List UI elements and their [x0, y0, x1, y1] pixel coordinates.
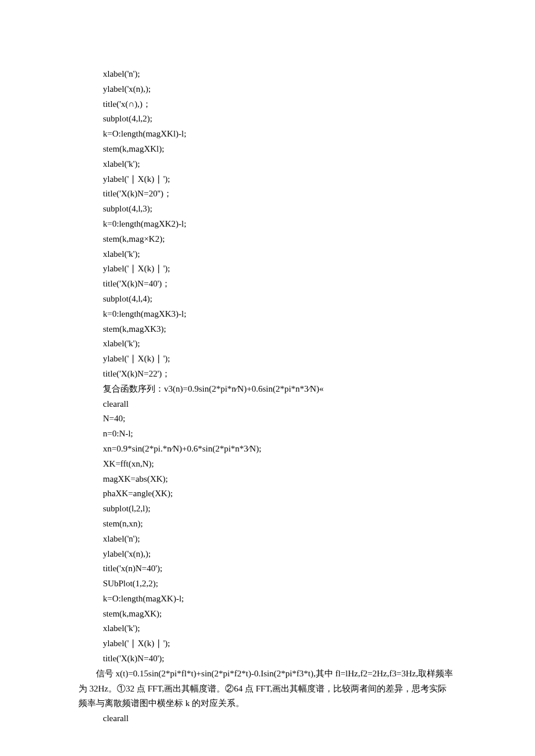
code-line: clearall [103, 397, 456, 412]
code-line: ylabel(' ∣ X(k) ∣ '); [103, 636, 456, 651]
code-line: subplot(4,l,4); [103, 292, 456, 307]
code-line: ylabel(' ∣ X(k) ∣ '); [103, 172, 456, 187]
code-line: SUbPlot(1,2,2); [103, 576, 456, 592]
code-line: xlabel('k'); [103, 247, 456, 262]
code-line: k=O:length(magXKl)-l; [103, 127, 456, 142]
code-line: clearall [103, 711, 456, 726]
code-line: n=0:N-l; [103, 427, 456, 442]
code-line: stem(k,magXKl); [103, 142, 456, 157]
code-line: ylabel(' ∣ X(k) ∣ '); [103, 352, 456, 367]
code-line: xlabel('n'); [103, 67, 456, 82]
code-line: title('x(n)N=40'); [103, 561, 456, 576]
code-line: XK=fft(xn,N); [103, 457, 456, 472]
code-line: phaXK=angle(XK); [103, 486, 456, 501]
code-line: ylabel('x(n),); [103, 82, 456, 97]
document-page: xlabel('n'); ylabel('x(n),); title('x(∩)… [0, 0, 535, 756]
paragraph-line-2: 为 32Hz。①32 点 FFT,画出其幅度谱。②64 点 FFT,画出其幅度谱… [79, 682, 456, 697]
code-line: magXK=abs(XK); [103, 472, 456, 487]
code-line: title('X(k)N=22')； [103, 367, 456, 382]
code-line: title('x(∩),)； [103, 97, 456, 112]
code-line: subplot(4,l,2); [103, 112, 456, 127]
code-line: k=0:length(magXK3)-l; [103, 307, 456, 322]
code-line: k=O:length(magXK)-l; [103, 592, 456, 607]
code-line: ylabel('x(n),); [103, 547, 456, 562]
code-line: title('X(k)N=40'); [103, 651, 456, 667]
code-line: ylabel(' ∣ X(k) ∣ '); [103, 261, 456, 277]
code-line: stem(k,magXK); [103, 607, 456, 622]
code-line: xlabel('n'); [103, 532, 456, 547]
code-line: title('X(k)N=20'')； [103, 187, 456, 202]
code-line: xlabel('k'); [103, 621, 456, 636]
code-line: stem(n,xn); [103, 517, 456, 532]
code-line: N=40; [103, 411, 456, 427]
code-line: subplot(l,2,l); [103, 501, 456, 517]
code-line: 复合函数序列：v3(n)=0.9sin(2*pi*n∕N)+0.6sin(2*p… [103, 382, 456, 397]
code-line: title('X(k)N=40')； [103, 277, 456, 292]
code-line: xlabel('k'); [103, 336, 456, 352]
paragraph-line-3: 频率与离散频谱图中横坐标 k 的对应关系。 [79, 696, 456, 711]
code-block-2: clearall [103, 711, 456, 726]
code-block-1: xlabel('n'); ylabel('x(n),); title('x(∩)… [103, 67, 456, 667]
code-line: stem(k,mag×K2); [103, 232, 456, 247]
code-line: k=0:length(magXK2)-l; [103, 217, 456, 232]
code-line: xlabel('k'); [103, 157, 456, 172]
code-line: subplot(4,l,3); [103, 202, 456, 217]
code-line: xn=0.9*sin(2*pi.*n∕N)+0.6*sin(2*pi*n*3∕N… [103, 442, 456, 457]
code-line: stem(k,magXK3); [103, 322, 456, 337]
paragraph-line-1: 信号 x(t)=0.15sin(2*pi*fl*t)+sin(2*pi*f2*t… [79, 667, 456, 682]
